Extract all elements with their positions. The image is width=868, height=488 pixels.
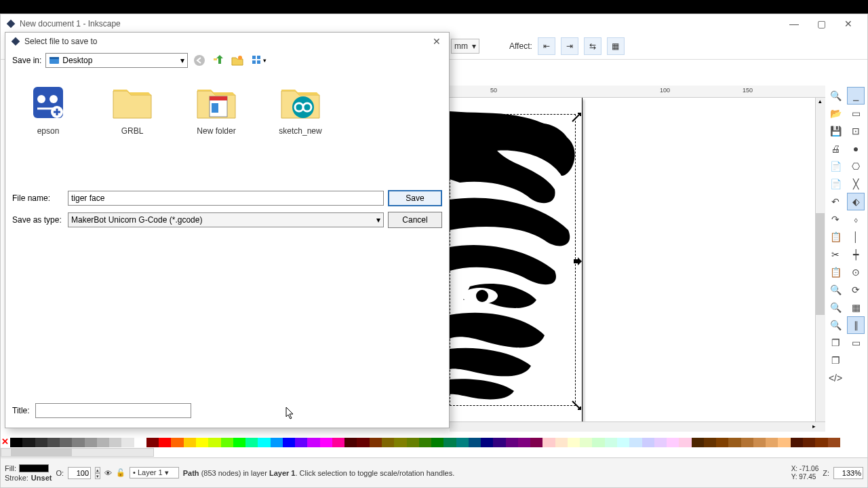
color-swatch[interactable] [10, 438, 22, 447]
color-swatch[interactable] [778, 438, 790, 447]
duplicate-icon[interactable]: ❐ [827, 334, 844, 352]
titlebar[interactable]: New document 1 - Inkscape — ▢ ✕ [1, 14, 867, 33]
color-swatch[interactable] [357, 438, 369, 447]
undo-icon[interactable]: ↶ [827, 193, 844, 210]
color-swatch[interactable] [629, 438, 642, 447]
cancel-button[interactable]: Cancel [388, 212, 442, 228]
color-swatch[interactable] [221, 438, 233, 447]
file-item[interactable]: sketch_new [270, 77, 331, 179]
file-list[interactable]: epsonGRBLNew foldersketch_new [5, 71, 449, 186]
dialog-titlebar[interactable]: Select file to save to ✕ [5, 33, 449, 50]
color-swatch[interactable] [766, 438, 778, 447]
snap-midpoint[interactable]: ┿ [847, 246, 865, 263]
color-swatch[interactable] [407, 438, 419, 447]
color-swatch[interactable] [542, 438, 555, 447]
color-swatch[interactable] [828, 438, 840, 447]
snap-rotation[interactable]: ⟳ [847, 281, 865, 299]
color-swatch[interactable] [320, 438, 332, 447]
color-swatch[interactable] [456, 438, 469, 447]
color-swatch[interactable] [443, 438, 456, 447]
color-swatch[interactable] [431, 438, 443, 447]
zoom-input[interactable] [833, 467, 863, 479]
zoom-sel-icon[interactable]: 🔍 [827, 281, 844, 299]
visibility-icon[interactable]: 👁 [104, 469, 112, 477]
color-swatch[interactable] [617, 438, 629, 447]
file-item[interactable]: New folder [186, 77, 247, 179]
color-swatch[interactable] [245, 438, 258, 447]
color-swatch[interactable] [208, 438, 220, 447]
dialog-close-button[interactable]: ✕ [430, 35, 443, 48]
new-folder-button[interactable] [230, 53, 245, 68]
save-icon[interactable]: 💾 [827, 122, 844, 140]
color-swatch[interactable] [159, 438, 171, 447]
color-swatch[interactable] [506, 438, 518, 447]
color-swatch[interactable] [692, 438, 704, 447]
color-swatch[interactable] [344, 438, 357, 447]
up-button[interactable] [211, 53, 226, 68]
color-swatch[interactable] [728, 438, 741, 447]
maximize-button[interactable]: ▢ [808, 17, 835, 31]
color-swatch[interactable] [184, 438, 196, 447]
color-swatch[interactable] [704, 438, 716, 447]
color-swatch[interactable] [233, 438, 245, 447]
color-swatch[interactable] [580, 438, 592, 447]
color-swatch[interactable] [60, 438, 72, 447]
color-swatch[interactable] [605, 438, 617, 447]
color-swatch[interactable] [592, 438, 604, 447]
minimize-button[interactable]: — [781, 17, 808, 31]
savein-select[interactable]: Desktop ▾ [45, 53, 188, 68]
color-swatch[interactable] [469, 438, 481, 447]
color-swatch[interactable] [171, 438, 183, 447]
horizontal-scrollbar[interactable]: ▸ [450, 421, 825, 432]
file-item[interactable]: GRBL [102, 77, 163, 179]
redo-icon[interactable]: ↷ [827, 210, 844, 228]
canvas[interactable] [450, 98, 816, 430]
color-swatch[interactable] [370, 438, 382, 447]
snap-edges[interactable]: ⊡ [847, 122, 865, 140]
import-icon[interactable]: 📄 [827, 157, 844, 175]
color-swatch[interactable] [530, 438, 542, 447]
snap-intersect[interactable]: ╳ [847, 175, 865, 193]
color-swatch[interactable] [382, 438, 394, 447]
filename-input[interactable] [68, 191, 384, 206]
snap-node[interactable]: ● [847, 140, 865, 157]
color-swatch[interactable] [258, 438, 270, 447]
cut-icon[interactable]: ✂ [827, 246, 844, 263]
snap-guide[interactable]: ∥ [847, 316, 865, 334]
color-swatch[interactable] [35, 438, 47, 447]
lock-icon[interactable]: 🔓 [116, 468, 125, 477]
back-button[interactable] [192, 53, 207, 68]
xml-icon[interactable]: </> [827, 369, 844, 387]
snap-toggle[interactable]: ⎯ [847, 87, 865, 105]
color-swatch[interactable] [481, 438, 493, 447]
snap-line[interactable]: │ [847, 228, 865, 246]
snap-bbox[interactable]: ▭ [847, 105, 865, 122]
snap-path[interactable]: ⎔ [847, 157, 865, 175]
color-swatch[interactable] [134, 438, 146, 447]
affect-btn-3[interactable]: ⇆ [584, 37, 601, 55]
color-swatch[interactable] [518, 438, 530, 447]
snap-center[interactable]: ⊙ [847, 263, 865, 281]
paste-icon[interactable]: 📋 [827, 263, 844, 281]
color-swatch[interactable] [568, 438, 580, 447]
color-swatch[interactable] [815, 438, 827, 447]
color-swatch[interactable] [741, 438, 753, 447]
color-swatch[interactable] [85, 438, 97, 447]
color-swatch[interactable] [295, 438, 307, 447]
color-swatch[interactable] [419, 438, 431, 447]
palette-scrollbar[interactable] [1, 448, 154, 457]
color-swatch[interactable] [667, 438, 679, 447]
affect-btn-1[interactable]: ⇤ [538, 37, 555, 55]
color-swatch[interactable] [753, 438, 766, 447]
color-swatch[interactable] [332, 438, 344, 447]
color-swatch[interactable] [679, 438, 691, 447]
color-swatch[interactable] [271, 438, 283, 447]
snap-cusp[interactable]: ⬖ [847, 193, 865, 210]
savetype-select[interactable]: MakerBot Unicorn G-Code (*.gcode) ▾ [68, 212, 384, 227]
open-icon[interactable]: 📂 [827, 105, 844, 122]
print-icon[interactable]: 🖨 [827, 140, 844, 157]
color-swatch[interactable] [642, 438, 654, 447]
snap-grid[interactable]: ▦ [847, 299, 865, 316]
color-swatch[interactable] [803, 438, 815, 447]
color-swatch[interactable] [109, 438, 121, 447]
